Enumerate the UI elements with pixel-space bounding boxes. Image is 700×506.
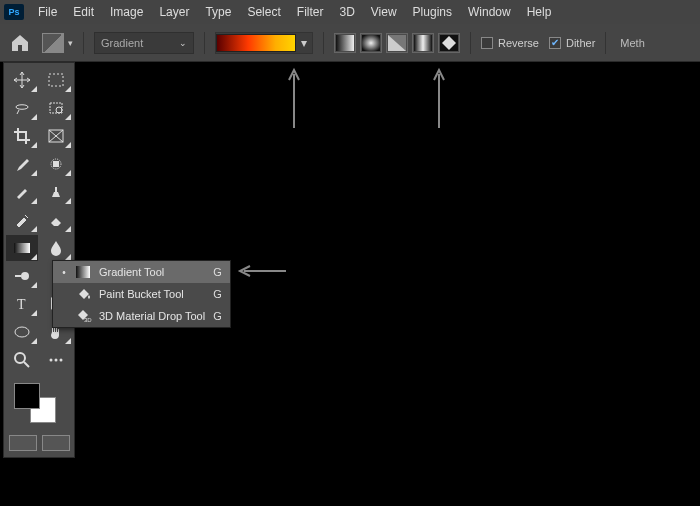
svg-rect-3: [414, 35, 432, 51]
quick-select-tool[interactable]: [40, 95, 72, 121]
flyout-item-3d-material[interactable]: 3D 3D Material Drop Tool G: [53, 305, 230, 327]
svg-rect-11: [14, 243, 30, 253]
svg-point-16: [15, 353, 25, 363]
reverse-checkbox-label: Reverse: [498, 37, 539, 49]
gradient-icon: [75, 264, 91, 280]
svg-point-7: [56, 107, 62, 113]
separator: [323, 32, 324, 54]
flyout-item-label: Gradient Tool: [99, 266, 205, 278]
frame-tool[interactable]: [40, 123, 72, 149]
svg-text:T: T: [17, 297, 26, 312]
svg-point-17: [50, 359, 53, 362]
separator: [83, 32, 84, 54]
gradient-reflected-button[interactable]: [412, 33, 434, 53]
menu-layer[interactable]: Layer: [151, 2, 197, 22]
gradient-radial-button[interactable]: [360, 33, 382, 53]
artboard-tool[interactable]: [40, 67, 72, 93]
menu-type[interactable]: Type: [197, 2, 239, 22]
tool-preset-picker[interactable]: ▾: [42, 33, 73, 53]
method-label: Meth: [616, 37, 648, 49]
reverse-checkbox[interactable]: Reverse: [481, 37, 539, 49]
checkbox-icon: [481, 37, 493, 49]
svg-rect-10: [53, 161, 59, 167]
checkbox-checked-icon: ✔: [549, 37, 561, 49]
menu-image[interactable]: Image: [102, 2, 151, 22]
flyout-item-shortcut: G: [213, 288, 222, 300]
menu-window[interactable]: Window: [460, 2, 519, 22]
annotation-arrow-icon: [288, 68, 300, 128]
foreground-color[interactable]: [14, 383, 40, 409]
flyout-item-shortcut: G: [213, 266, 222, 278]
flyout-item-shortcut: G: [213, 310, 222, 322]
options-bar: ▾ Gradient ⌄ ▾ Reverse ✔ Dither: [0, 24, 700, 62]
menu-view[interactable]: View: [363, 2, 405, 22]
edit-toolbar[interactable]: [40, 347, 72, 373]
dither-checkbox[interactable]: ✔ Dither: [549, 37, 595, 49]
svg-text:3D: 3D: [84, 317, 92, 323]
active-dot-icon: •: [61, 267, 67, 278]
blend-mode-dropdown[interactable]: Gradient ⌄: [94, 32, 194, 54]
menu-select[interactable]: Select: [239, 2, 288, 22]
chevron-down-icon: ▾: [68, 38, 73, 48]
dither-checkbox-label: Dither: [566, 37, 595, 49]
type-tool[interactable]: T: [6, 291, 38, 317]
shape-tool[interactable]: [6, 319, 38, 345]
svg-rect-13: [15, 275, 21, 277]
svg-rect-5: [49, 74, 63, 86]
history-brush-tool[interactable]: [6, 207, 38, 233]
gradient-type-buttons: [334, 33, 460, 53]
menu-filter[interactable]: Filter: [289, 2, 332, 22]
color-swatches[interactable]: [10, 379, 68, 427]
eraser-tool[interactable]: [40, 207, 72, 233]
spot-heal-tool[interactable]: [40, 151, 72, 177]
svg-rect-20: [76, 266, 90, 278]
svg-point-19: [60, 359, 63, 362]
clone-stamp-tool[interactable]: [40, 179, 72, 205]
flyout-item-label: 3D Material Drop Tool: [99, 310, 205, 322]
svg-point-18: [55, 359, 58, 362]
chevron-down-icon: ⌄: [179, 38, 187, 48]
menu-bar: Ps File Edit Image Layer Type Select Fil…: [0, 0, 700, 24]
menu-help[interactable]: Help: [519, 2, 560, 22]
screen-mode-button[interactable]: [42, 435, 70, 451]
tool-preset-swatch-icon: [42, 33, 64, 53]
separator: [470, 32, 471, 54]
brush-tool[interactable]: [6, 179, 38, 205]
menu-3d[interactable]: 3D: [331, 2, 362, 22]
home-icon[interactable]: [8, 32, 32, 54]
annotation-arrow-icon: [433, 68, 445, 128]
svg-rect-0: [336, 35, 354, 51]
zoom-tool[interactable]: [6, 347, 38, 373]
flyout-item-label: Paint Bucket Tool: [99, 288, 205, 300]
separator: [204, 32, 205, 54]
menu-plugins[interactable]: Plugins: [405, 2, 460, 22]
bucket-icon: [75, 286, 91, 302]
gradient-tool-flyout: • Gradient Tool G Paint Bucket Tool G 3D…: [52, 260, 231, 328]
gradient-linear-button[interactable]: [334, 33, 356, 53]
menu-file[interactable]: File: [30, 2, 65, 22]
dodge-tool[interactable]: [6, 263, 38, 289]
svg-point-15: [15, 327, 29, 337]
menu-edit[interactable]: Edit: [65, 2, 102, 22]
quick-mask-button[interactable]: [9, 435, 37, 451]
annotation-arrow-icon: [238, 265, 286, 277]
svg-point-12: [21, 272, 29, 280]
lasso-tool[interactable]: [6, 95, 38, 121]
chevron-down-icon: ▾: [296, 33, 312, 53]
gradient-editor-picker[interactable]: ▾: [215, 32, 313, 54]
app-logo: Ps: [4, 4, 24, 20]
flyout-item-paint-bucket[interactable]: Paint Bucket Tool G: [53, 283, 230, 305]
gradient-angle-button[interactable]: [386, 33, 408, 53]
gradient-preview: [216, 34, 296, 52]
gradient-diamond-button[interactable]: [438, 33, 460, 53]
move-tool[interactable]: [6, 67, 38, 93]
blend-mode-label: Gradient: [101, 37, 143, 49]
crop-tool[interactable]: [6, 123, 38, 149]
eyedropper-tool[interactable]: [6, 151, 38, 177]
svg-rect-1: [362, 35, 380, 51]
separator: [605, 32, 606, 54]
material-drop-icon: 3D: [75, 308, 91, 324]
gradient-tool[interactable]: [6, 235, 38, 261]
flyout-item-gradient[interactable]: • Gradient Tool G: [53, 261, 230, 283]
blur-tool[interactable]: [40, 235, 72, 261]
